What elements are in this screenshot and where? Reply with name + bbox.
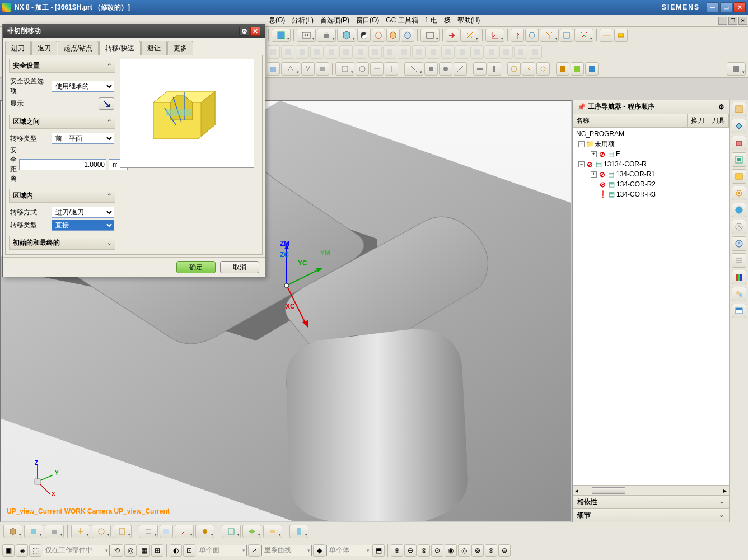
sb-f5-icon[interactable]: ◐ — [170, 544, 182, 557]
cancel-button[interactable]: 取消 — [220, 261, 259, 273]
tb-m14-icon[interactable] — [488, 62, 501, 76]
sb-f15-icon[interactable]: ◎ — [458, 544, 470, 557]
bt-12-icon[interactable]: ▾ — [242, 525, 261, 538]
tb-start-icon[interactable]: ▾ — [272, 29, 291, 42]
group-within[interactable]: 区域内⌃ — [9, 189, 115, 203]
tb-m11-icon[interactable] — [439, 62, 452, 76]
tb-m5-icon[interactable]: ▾ — [335, 62, 354, 76]
tb-m18-icon[interactable] — [556, 62, 569, 76]
sb-f1-icon[interactable]: ⟲ — [111, 544, 123, 557]
sb-sel2-icon[interactable]: ◈ — [16, 544, 28, 557]
tb-print-icon[interactable]: ▾ — [317, 29, 336, 42]
rb-history-icon[interactable] — [732, 220, 746, 234]
menu-pole[interactable]: 极 — [441, 15, 454, 26]
tree-toggle-icon[interactable]: − — [578, 161, 585, 167]
tb-m20-icon[interactable] — [585, 62, 599, 76]
group-safety[interactable]: 安全设置⌃ — [9, 59, 115, 73]
bt-8-icon[interactable] — [160, 525, 173, 538]
sb-f14-icon[interactable]: ◉ — [445, 544, 457, 557]
tb-view-icon[interactable]: ▾ — [297, 29, 316, 42]
tb-wcs5-icon[interactable]: ▾ — [574, 29, 593, 42]
menu-info[interactable]: 息(O) — [265, 15, 288, 26]
mdi-restore-button[interactable]: ❐ — [728, 17, 737, 25]
tree-item-f[interactable]: + ⊘ ▤ F — [574, 149, 728, 159]
tree-item-r2[interactable]: ⊘ ▤ 134-COR-R2 — [574, 179, 728, 189]
sb-f11-icon[interactable]: ⊖ — [404, 544, 417, 557]
tb-box1-icon[interactable] — [372, 29, 385, 42]
tree-root[interactable]: NC_PROGRAM — [574, 129, 728, 139]
menu-analysis[interactable]: 分析(L) — [288, 15, 317, 26]
minimize-button[interactable]: ─ — [707, 2, 719, 12]
tb-m1-icon[interactable] — [267, 62, 280, 76]
sb-f17-icon[interactable]: ⊛ — [485, 544, 497, 557]
sb-f13-icon[interactable]: ⊙ — [431, 544, 443, 557]
sb-sel1-icon[interactable]: ▣ — [2, 544, 15, 557]
tb-m3-icon[interactable]: M — [301, 62, 315, 76]
tree-item-main[interactable]: − ⊘ ▤ 13134-COR-R — [574, 159, 728, 169]
rb-reuse-icon[interactable] — [732, 152, 746, 167]
tb-layer1-icon[interactable] — [600, 29, 613, 42]
sb-f12-icon[interactable]: ⊗ — [418, 544, 430, 557]
tb-m17-icon[interactable] — [536, 62, 550, 76]
navigator-settings-icon[interactable]: ⚙ — [718, 103, 724, 111]
tb-m-end-icon[interactable]: ▾ — [727, 62, 746, 76]
tree-unused[interactable]: − 📁 未用项 — [574, 139, 728, 149]
sb-f3-icon[interactable]: ▦ — [138, 544, 150, 557]
rb-machine-icon[interactable] — [732, 136, 746, 150]
tb-m9-icon[interactable]: ▾ — [404, 62, 423, 76]
tree-toggle-icon[interactable]: + — [591, 151, 597, 157]
within-mode-select[interactable]: 进刀/退刀 — [52, 207, 114, 218]
close-button[interactable]: ✕ — [733, 2, 746, 12]
tb-m15-icon[interactable] — [507, 62, 521, 76]
menu-gctools[interactable]: GC 工具箱 — [382, 15, 421, 26]
tb-box2-icon[interactable] — [386, 29, 400, 42]
group-between[interactable]: 区域之间⌃ — [9, 115, 115, 129]
rb-clock-icon[interactable] — [732, 236, 746, 251]
sb-f9-icon[interactable]: ⬒ — [372, 544, 385, 557]
col-toolchange[interactable]: 换刀 — [688, 114, 708, 127]
tb-m13-icon[interactable] — [473, 62, 487, 76]
menu-elec[interactable]: 1 电 — [422, 15, 441, 26]
bt-5-icon[interactable]: ▾ — [92, 525, 111, 538]
tb-arrow2-icon[interactable]: ▾ — [460, 29, 479, 42]
tab-more[interactable]: 更多 — [167, 41, 193, 55]
rb-templates-icon[interactable] — [732, 169, 746, 184]
navigator-hscroll[interactable]: ◂▸ — [573, 485, 729, 495]
rb-list-icon[interactable] — [732, 253, 746, 268]
nav-dependencies[interactable]: 相依性⌄ — [573, 495, 729, 508]
rb-browser-icon[interactable] — [732, 304, 746, 318]
tb-yinyang-icon[interactable] — [357, 29, 371, 42]
menu-prefs[interactable]: 首选项(P) — [317, 15, 353, 26]
bt-6-icon[interactable]: ▾ — [113, 525, 132, 538]
nav-details[interactable]: 细节⌄ — [573, 508, 729, 522]
bt-9-icon[interactable]: ▾ — [175, 525, 194, 538]
maximize-button[interactable]: ▭ — [720, 2, 732, 12]
mdi-minimize-button[interactable]: ─ — [718, 17, 727, 25]
rb-setup-icon[interactable] — [732, 186, 746, 200]
bt-3-icon[interactable]: ▾ — [45, 525, 64, 538]
sb-f7-icon[interactable]: ↗ — [248, 544, 260, 557]
mdi-close-button[interactable]: ✕ — [738, 17, 747, 25]
tree-toggle-icon[interactable]: + — [591, 171, 597, 178]
sb-face-combo[interactable]: 单个面 — [197, 545, 247, 556]
sb-f6-icon[interactable]: ⊡ — [183, 544, 195, 557]
sb-f10-icon[interactable]: ⊕ — [391, 544, 403, 557]
rb-palette-icon[interactable] — [732, 270, 746, 284]
col-tool[interactable]: 刀具 — [708, 114, 729, 127]
tb-m7-icon[interactable] — [370, 62, 384, 76]
tb-wcs3-icon[interactable]: ▾ — [540, 29, 559, 42]
menu-window[interactable]: 窗口(O) — [353, 15, 382, 26]
sb-body-combo[interactable]: 单个体 — [326, 545, 371, 556]
pin-icon[interactable]: 📌 — [577, 103, 586, 111]
bt-2-icon[interactable]: ▾ — [24, 525, 43, 538]
safety-opt-select[interactable]: 使用继承的 — [52, 81, 114, 92]
dialog-close-button[interactable]: ✕ — [250, 27, 260, 36]
rb-nav-icon[interactable] — [732, 102, 746, 116]
sb-f2-icon[interactable]: ◎ — [124, 544, 137, 557]
tb-m16-icon[interactable] — [522, 62, 535, 76]
tb-m19-icon[interactable] — [571, 62, 584, 76]
tab-start[interactable]: 起点/钻点 — [58, 41, 99, 55]
col-name[interactable]: 名称 — [573, 114, 688, 127]
tb-wcs1-icon[interactable] — [511, 29, 524, 42]
group-initfinal[interactable]: 初始的和最终的⌄ — [9, 236, 115, 250]
